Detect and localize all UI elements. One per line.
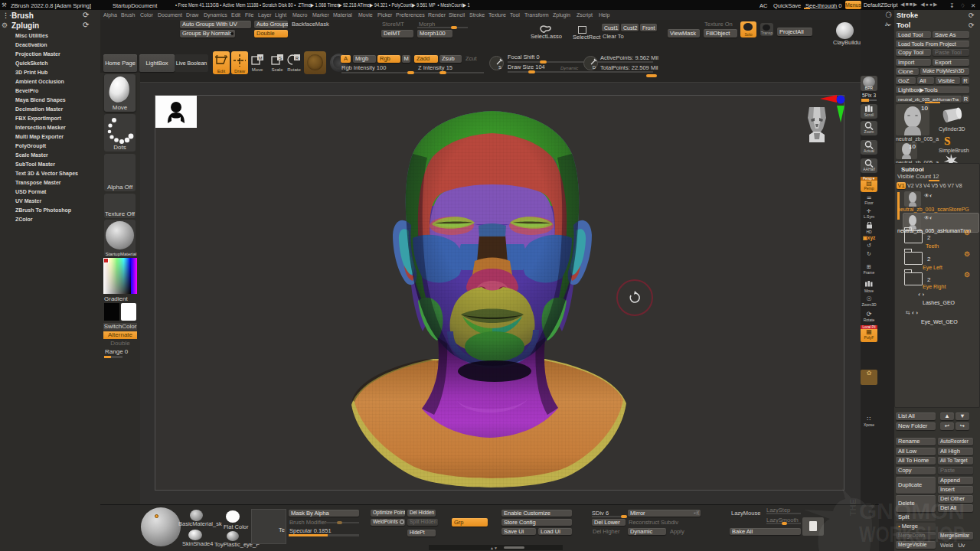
svg-text:S: S (279, 56, 282, 60)
svg-text:THE: THE (848, 499, 858, 516)
svg-text:M: M (259, 56, 263, 60)
svg-text:WORKSHOP: WORKSHOP (859, 521, 965, 546)
svg-text:R: R (296, 56, 299, 60)
svg-text:GNOMON: GNOMON (859, 498, 965, 523)
